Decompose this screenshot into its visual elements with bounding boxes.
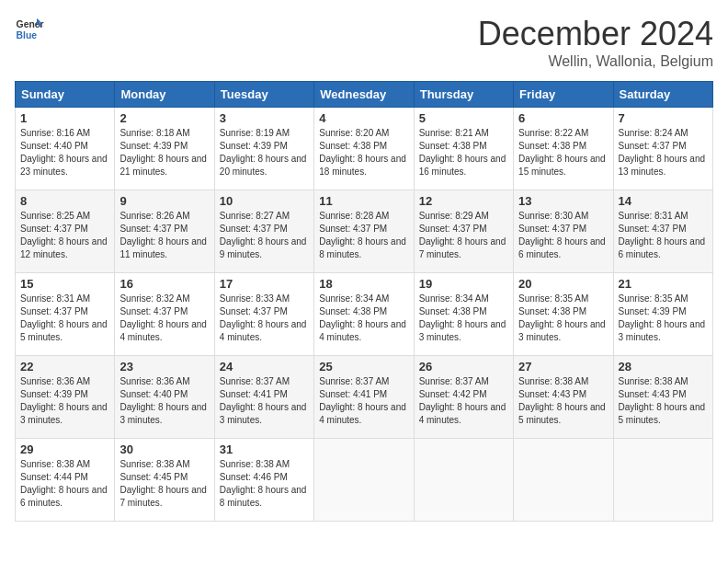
day-info: Sunrise: 8:28 AMSunset: 4:37 PMDaylight:… <box>319 211 406 259</box>
day-of-week-header: Thursday <box>414 82 513 108</box>
day-number: 13 <box>518 194 608 208</box>
calendar-cell: 27 Sunrise: 8:38 AMSunset: 4:43 PMDaylig… <box>514 356 613 439</box>
calendar-cell <box>613 439 712 522</box>
calendar-cell <box>414 439 513 522</box>
calendar-cell: 18 Sunrise: 8:34 AMSunset: 4:38 PMDaylig… <box>314 273 414 356</box>
day-of-week-header: Monday <box>115 82 214 108</box>
calendar-week-row: 1 Sunrise: 8:16 AMSunset: 4:40 PMDayligh… <box>16 108 713 190</box>
calendar-cell: 9 Sunrise: 8:26 AMSunset: 4:37 PMDayligh… <box>115 190 214 273</box>
day-info: Sunrise: 8:37 AMSunset: 4:41 PMDaylight:… <box>319 376 406 425</box>
calendar-cell: 2 Sunrise: 8:18 AMSunset: 4:39 PMDayligh… <box>115 108 214 190</box>
day-number: 5 <box>419 111 508 125</box>
svg-text:Blue: Blue <box>17 30 38 40</box>
day-number: 20 <box>518 277 608 291</box>
calendar-cell: 22 Sunrise: 8:36 AMSunset: 4:39 PMDaylig… <box>16 356 115 439</box>
calendar-cell: 13 Sunrise: 8:30 AMSunset: 4:37 PMDaylig… <box>514 190 613 273</box>
calendar-week-row: 22 Sunrise: 8:36 AMSunset: 4:39 PMDaylig… <box>16 356 713 439</box>
day-info: Sunrise: 8:26 AMSunset: 4:37 PMDaylight:… <box>119 211 207 259</box>
day-of-week-header: Friday <box>514 82 613 108</box>
day-info: Sunrise: 8:37 AMSunset: 4:41 PMDaylight:… <box>220 376 307 425</box>
day-info: Sunrise: 8:32 AMSunset: 4:37 PMDaylight:… <box>119 293 207 342</box>
day-info: Sunrise: 8:37 AMSunset: 4:42 PMDaylight:… <box>419 376 506 425</box>
day-info: Sunrise: 8:35 AMSunset: 4:38 PMDaylight:… <box>518 293 606 342</box>
day-number: 26 <box>419 360 508 373</box>
day-number: 3 <box>220 111 309 125</box>
calendar-cell: 19 Sunrise: 8:34 AMSunset: 4:38 PMDaylig… <box>414 273 513 356</box>
calendar-cell: 21 Sunrise: 8:35 AMSunset: 4:39 PMDaylig… <box>613 273 712 356</box>
day-number: 23 <box>119 360 209 373</box>
calendar-cell: 30 Sunrise: 8:38 AMSunset: 4:45 PMDaylig… <box>115 439 214 522</box>
calendar-cell: 28 Sunrise: 8:38 AMSunset: 4:43 PMDaylig… <box>613 356 712 439</box>
calendar-cell: 1 Sunrise: 8:16 AMSunset: 4:40 PMDayligh… <box>16 108 115 190</box>
day-number: 21 <box>619 277 708 291</box>
day-info: Sunrise: 8:31 AMSunset: 4:37 PMDaylight:… <box>20 293 108 342</box>
day-number: 28 <box>619 360 708 373</box>
calendar-cell: 16 Sunrise: 8:32 AMSunset: 4:37 PMDaylig… <box>115 273 214 356</box>
day-info: Sunrise: 8:34 AMSunset: 4:38 PMDaylight:… <box>419 293 506 342</box>
day-number: 15 <box>20 277 109 291</box>
calendar-cell: 5 Sunrise: 8:21 AMSunset: 4:38 PMDayligh… <box>414 108 513 190</box>
calendar-cell: 29 Sunrise: 8:38 AMSunset: 4:44 PMDaylig… <box>16 439 115 522</box>
day-info: Sunrise: 8:27 AMSunset: 4:37 PMDaylight:… <box>220 211 307 259</box>
day-info: Sunrise: 8:30 AMSunset: 4:37 PMDaylight:… <box>518 211 606 259</box>
day-of-week-header: Tuesday <box>214 82 313 108</box>
calendar-cell: 23 Sunrise: 8:36 AMSunset: 4:40 PMDaylig… <box>115 356 214 439</box>
day-of-week-header: Sunday <box>16 82 115 108</box>
calendar-cell: 26 Sunrise: 8:37 AMSunset: 4:42 PMDaylig… <box>414 356 513 439</box>
calendar-week-row: 8 Sunrise: 8:25 AMSunset: 4:37 PMDayligh… <box>16 190 713 273</box>
calendar-cell: 8 Sunrise: 8:25 AMSunset: 4:37 PMDayligh… <box>16 190 115 273</box>
day-number: 14 <box>619 194 708 208</box>
day-info: Sunrise: 8:38 AMSunset: 4:44 PMDaylight:… <box>20 459 108 508</box>
day-info: Sunrise: 8:38 AMSunset: 4:46 PMDaylight:… <box>220 459 307 508</box>
calendar-cell: 14 Sunrise: 8:31 AMSunset: 4:37 PMDaylig… <box>613 190 712 273</box>
location: Wellin, Wallonia, Belgium <box>478 53 713 70</box>
calendar-cell: 10 Sunrise: 8:27 AMSunset: 4:37 PMDaylig… <box>214 190 313 273</box>
calendar-cell <box>514 439 613 522</box>
day-info: Sunrise: 8:19 AMSunset: 4:39 PMDaylight:… <box>220 128 307 177</box>
calendar-cell <box>314 439 414 522</box>
day-number: 10 <box>220 194 309 208</box>
calendar-week-row: 15 Sunrise: 8:31 AMSunset: 4:37 PMDaylig… <box>16 273 713 356</box>
day-number: 6 <box>518 111 608 125</box>
calendar: SundayMondayTuesdayWednesdayThursdayFrid… <box>15 81 713 522</box>
logo-icon: General Blue <box>15 15 44 44</box>
calendar-cell: 24 Sunrise: 8:37 AMSunset: 4:41 PMDaylig… <box>214 356 313 439</box>
calendar-cell: 15 Sunrise: 8:31 AMSunset: 4:37 PMDaylig… <box>16 273 115 356</box>
day-info: Sunrise: 8:22 AMSunset: 4:38 PMDaylight:… <box>518 128 606 177</box>
day-number: 19 <box>419 277 508 291</box>
calendar-cell: 7 Sunrise: 8:24 AMSunset: 4:37 PMDayligh… <box>613 108 712 190</box>
day-info: Sunrise: 8:38 AMSunset: 4:43 PMDaylight:… <box>619 376 706 425</box>
day-of-week-header: Wednesday <box>314 82 414 108</box>
calendar-cell: 25 Sunrise: 8:37 AMSunset: 4:41 PMDaylig… <box>314 356 414 439</box>
calendar-cell: 20 Sunrise: 8:35 AMSunset: 4:38 PMDaylig… <box>514 273 613 356</box>
day-number: 16 <box>119 277 209 291</box>
day-info: Sunrise: 8:29 AMSunset: 4:37 PMDaylight:… <box>419 211 506 259</box>
day-number: 18 <box>319 277 408 291</box>
day-number: 30 <box>119 442 209 456</box>
calendar-cell: 12 Sunrise: 8:29 AMSunset: 4:37 PMDaylig… <box>414 190 513 273</box>
day-info: Sunrise: 8:38 AMSunset: 4:45 PMDaylight:… <box>119 459 207 508</box>
day-number: 17 <box>220 277 309 291</box>
day-number: 25 <box>319 360 408 373</box>
day-number: 22 <box>20 360 109 373</box>
calendar-cell: 17 Sunrise: 8:33 AMSunset: 4:37 PMDaylig… <box>214 273 313 356</box>
day-number: 24 <box>220 360 309 373</box>
calendar-cell: 31 Sunrise: 8:38 AMSunset: 4:46 PMDaylig… <box>214 439 313 522</box>
day-info: Sunrise: 8:33 AMSunset: 4:37 PMDaylight:… <box>220 293 307 342</box>
calendar-cell: 3 Sunrise: 8:19 AMSunset: 4:39 PMDayligh… <box>214 108 313 190</box>
day-info: Sunrise: 8:31 AMSunset: 4:37 PMDaylight:… <box>619 211 706 259</box>
calendar-header-row: SundayMondayTuesdayWednesdayThursdayFrid… <box>16 82 713 108</box>
day-number: 12 <box>419 194 508 208</box>
day-info: Sunrise: 8:16 AMSunset: 4:40 PMDaylight:… <box>20 128 108 177</box>
day-number: 1 <box>20 111 109 125</box>
logo: General Blue <box>15 15 44 44</box>
day-number: 11 <box>319 194 408 208</box>
day-info: Sunrise: 8:38 AMSunset: 4:43 PMDaylight:… <box>518 376 606 425</box>
page-header: General Blue December 2024 Wellin, Wallo… <box>15 15 713 70</box>
calendar-cell: 6 Sunrise: 8:22 AMSunset: 4:38 PMDayligh… <box>514 108 613 190</box>
title-block: December 2024 Wellin, Wallonia, Belgium <box>478 15 713 70</box>
day-number: 29 <box>20 442 109 456</box>
day-info: Sunrise: 8:21 AMSunset: 4:38 PMDaylight:… <box>419 128 506 177</box>
day-number: 8 <box>20 194 109 208</box>
day-info: Sunrise: 8:35 AMSunset: 4:39 PMDaylight:… <box>619 293 706 342</box>
